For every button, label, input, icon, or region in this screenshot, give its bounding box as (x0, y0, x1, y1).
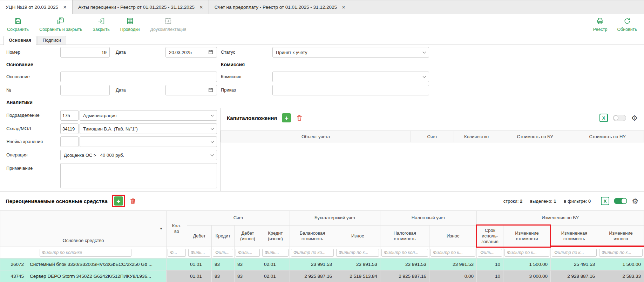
department-label: Подразделение (6, 110, 40, 121)
col-useful-life[interactable]: Срок исполь- зования (477, 226, 503, 247)
registry-printer-icon (596, 17, 604, 26)
filter-tax-wear-input[interactable] (431, 249, 475, 257)
filter-changed-value-input[interactable] (552, 249, 597, 257)
save-and-close-button[interactable]: Сохранить и закрыть (39, 17, 82, 32)
filter-useful-life-input[interactable] (478, 249, 502, 257)
col-debit-wear[interactable]: Дебет (износ) (235, 226, 261, 247)
status-select[interactable]: Принят к учету (272, 47, 429, 58)
department-code-input[interactable] (60, 110, 79, 121)
cell-changed-value: 2 928 887.16 (551, 270, 598, 282)
capital-settings-gear-icon[interactable]: ⚙ (631, 114, 638, 122)
department-select[interactable]: Администрация (80, 110, 217, 121)
basis-label: Основание (6, 72, 30, 82)
cell-credit: 83 (212, 258, 235, 270)
warehouse-select[interactable]: Тимошин В.А. (Таб. №"1") (80, 123, 217, 134)
date-label: Дата (116, 47, 126, 58)
assets-table-area: ▼ Основное средство Кол- во Счет Бухгалт… (0, 210, 644, 282)
capital-delete-button[interactable] (296, 114, 303, 121)
doc-tab-revaluation-acts[interactable]: Акты переоценки - Реестр от 01.01.2025 -… (73, 0, 209, 14)
basis-input[interactable] (60, 72, 217, 82)
table-row[interactable]: 43745 Сервер DEPO Storm 3450Z2 G6242K/51… (0, 270, 644, 282)
capital-col-account: Счет (411, 131, 454, 142)
cell-name: Системный блок 3330/S3200SHV/2xGbECC/2x2… (27, 258, 167, 270)
cell-useful-life: 10 (477, 270, 503, 282)
col-credit-wear[interactable]: Кредит (износ) (261, 226, 290, 247)
filter-book-wear-input[interactable] (336, 249, 379, 257)
filter-asset-input[interactable] (40, 249, 131, 257)
filter-debit-input[interactable] (188, 249, 210, 257)
warehouse-code-input[interactable] (60, 123, 79, 134)
group-changes-bu: Изменения по БУ (477, 211, 644, 226)
doc-tab-ucn[interactable]: УЦН №19 от 20.03.2025 × (0, 0, 73, 14)
col-qty[interactable]: Кол- во (167, 211, 187, 247)
assets-settings-gear-icon[interactable]: ⚙ (632, 197, 638, 205)
col-book-value[interactable]: Балансовая стоимость (290, 226, 335, 247)
basis-number-input[interactable] (60, 85, 110, 95)
cell-debit-wear: 83 (235, 270, 261, 282)
assets-filter-toggle[interactable] (614, 198, 627, 204)
col-changed-value[interactable]: Измененная стоимость (551, 226, 598, 247)
filter-value-change-input[interactable] (504, 249, 549, 257)
document-tab-bar: УЦН №19 от 20.03.2025 × Акты переоценки … (0, 0, 644, 14)
filter-tax-value-input[interactable] (381, 249, 428, 257)
col-tax-wear[interactable]: Износ (429, 226, 477, 247)
tab-signatures[interactable]: Подписи (38, 36, 66, 45)
registry-button[interactable]: Реестр (593, 17, 608, 32)
number-input[interactable] (60, 47, 110, 58)
commission-select[interactable] (272, 72, 429, 82)
form-tab-bar: Основная Подписи (0, 35, 644, 45)
stat-selected: выделено: 1 (530, 199, 556, 204)
col-wear-change[interactable]: Изменение износа (598, 226, 644, 247)
date-input[interactable]: 20.03.2025 (165, 47, 217, 58)
postings-button[interactable]: Проводки (120, 17, 140, 32)
cell-book-wear: 2 519 513.84 (335, 270, 380, 282)
refresh-button[interactable]: Обновить (617, 17, 637, 32)
doc-tab-label: УЦН №19 от 20.03.2025 (6, 5, 58, 10)
operation-select[interactable]: Дооценка ОС >= 40 000 руб. (60, 150, 217, 160)
analytics-section-title: Аналитики (6, 100, 33, 105)
storage-cell-code-input[interactable] (60, 136, 79, 147)
close-icon[interactable]: × (63, 4, 67, 10)
filter-wear-change-input[interactable] (599, 249, 643, 257)
assets-delete-button[interactable] (129, 197, 136, 204)
calendar-icon[interactable] (208, 87, 213, 94)
filter-qty-input[interactable] (168, 249, 186, 257)
save-button[interactable]: Сохранить (7, 17, 29, 32)
col-credit[interactable]: Кредит (212, 226, 235, 247)
capital-filter-toggle[interactable] (613, 115, 626, 121)
close-label: Закрыть (93, 27, 110, 32)
storage-cell-select[interactable] (80, 136, 217, 147)
col-asset-header[interactable]: ▼ Основное средство (0, 211, 167, 247)
table-row[interactable]: 26072 Системный блок 3330/S3200SHV/2xGbE… (0, 258, 644, 270)
sort-desc-icon[interactable]: ▼ (160, 227, 163, 231)
assets-add-button[interactable]: + (114, 196, 123, 206)
tab-main[interactable]: Основная (4, 36, 36, 45)
cell-book-wear: 23 991.53 (335, 258, 380, 270)
order-input[interactable] (272, 85, 429, 95)
refresh-icon (623, 17, 631, 26)
cell-tax-value: 2 925 887.16 (380, 270, 429, 282)
cell-debit-wear: 83 (235, 258, 261, 270)
chevron-down-icon (211, 113, 214, 116)
assets-excel-export-button[interactable]: X (601, 197, 609, 205)
capital-col-quantity: Количество (454, 131, 499, 142)
close-icon[interactable]: × (199, 4, 203, 10)
capital-col-cost-bu: Стоимость по БУ (499, 131, 571, 142)
col-book-wear[interactable]: Износ (335, 226, 380, 247)
filter-book-value-input[interactable] (291, 249, 334, 257)
doc-tab-prepayment-invoice[interactable]: Счет на предоплату - Реестр от 01.01.202… (209, 0, 351, 14)
capital-excel-export-button[interactable]: X (599, 114, 608, 122)
capital-add-button[interactable]: + (282, 113, 291, 122)
filter-credit-wear-input[interactable] (262, 249, 289, 257)
filter-credit-input[interactable] (213, 249, 233, 257)
col-tax-value[interactable]: Налоговая стоимость (380, 226, 429, 247)
filter-debit-wear-input[interactable] (236, 249, 260, 257)
note-textarea[interactable] (60, 163, 217, 188)
calendar-icon[interactable] (208, 49, 213, 56)
close-button[interactable]: Закрыть (93, 17, 110, 32)
basis-date-input[interactable] (165, 85, 217, 95)
col-debit[interactable]: Дебет (187, 226, 212, 247)
storage-cell-label: Ячейка хранения (6, 136, 43, 147)
close-icon[interactable]: × (342, 4, 345, 10)
col-value-change[interactable]: Изменение стоимости (503, 226, 551, 247)
